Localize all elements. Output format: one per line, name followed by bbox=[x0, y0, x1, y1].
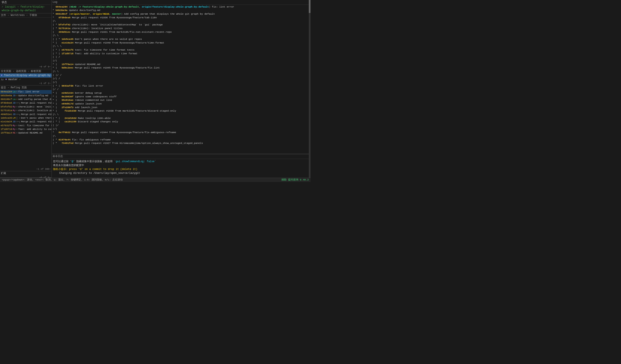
commit-author-5: Ry bbox=[13, 109, 16, 112]
log-line-21: |/| bbox=[53, 80, 308, 84]
commit-msg-5: chore(i18n): localize panel titles bbox=[18, 109, 52, 112]
log-line-5: | * bfefef92 chore(i18n): move `InitialV… bbox=[53, 23, 308, 27]
commit-msg-2: Add config param that displays the whole… bbox=[18, 98, 52, 101]
log-line-8: |\ \ bbox=[53, 34, 308, 37]
cmd-line-3: Changing directory to /Users/lay/open_so… bbox=[53, 171, 308, 175]
right-panel: Log 684ea284 (HEAD -> feature/display-wh… bbox=[52, 0, 310, 178]
files-header: 文件 - Worktrees - 子模块 bbox=[0, 13, 52, 18]
log-line-37: | * 61970a44 fix: fix ambiguous refname bbox=[53, 138, 308, 142]
log-line-2: * 666180cf (origin/master, origin/HEAD, … bbox=[53, 12, 308, 16]
commit-hash-5: 5275161a bbox=[1, 109, 12, 112]
log-line-0: 684ea284 (HEAD -> feature/display-whole-… bbox=[53, 5, 308, 9]
commit-row-1[interactable]: b6b3be9a JD ○ Update docs/Config.md bbox=[0, 94, 52, 97]
commit-merge-8: ○─┐ bbox=[16, 120, 20, 123]
status-section: 状态 ✓ lazygit → feature/display-whole-gra… bbox=[0, 0, 52, 13]
version-info: 捐助 提问咨询 0.40.2 bbox=[281, 178, 309, 182]
commit-pipe-4: ○ bbox=[16, 105, 18, 109]
commit-author-1: JD bbox=[13, 94, 16, 97]
log-line-10: * | e1e16a34 Merge pull request #1948 fr… bbox=[53, 41, 308, 45]
commit-row-2[interactable]: 666180cf La ○ Add config param that disp… bbox=[0, 97, 52, 101]
commit-author-11: RE bbox=[13, 131, 16, 135]
log-line-14: | | / bbox=[53, 55, 308, 59]
commit-dot-11: ○ bbox=[16, 131, 18, 135]
commit-author-7: LM bbox=[13, 116, 16, 120]
commits-counter: ─1 of 300─ bbox=[0, 167, 52, 171]
files-counter: ─0 of 0─ bbox=[0, 65, 52, 69]
key-hints: <pgup>/<pgdown>: 滚动, <esc>: 取消, q: 退出, ?… bbox=[2, 178, 123, 182]
log-line-11: |\ \ \ bbox=[53, 45, 308, 48]
log-line-27: * | e89d817d update launch.json bbox=[53, 102, 308, 106]
log-line-15: |/| bbox=[53, 59, 308, 63]
branch-item-master[interactable]: 1y ♥ master ✓ bbox=[0, 78, 52, 82]
log-line-7: | 499d51ec Merge pull request #1931 from… bbox=[53, 30, 308, 34]
log-line-16: * | 15ff8a14 Updated README.md bbox=[53, 63, 308, 66]
cmd-log-header: 命令日志 bbox=[52, 154, 309, 159]
commit-row-7[interactable]: 1de5ca35 LM │ ○ Don't panic when there a… bbox=[0, 116, 52, 120]
commit-hash-1: b6b3be9a bbox=[1, 94, 12, 97]
commit-msg-0: fix: lint error bbox=[18, 90, 40, 94]
commit-msg-4: chore(i18n): move `InitialViewTabContext bbox=[18, 105, 52, 109]
files-list bbox=[0, 18, 52, 65]
log-line-23: |/ / bbox=[53, 88, 308, 91]
commit-dot-1: ○ bbox=[16, 94, 18, 97]
commit-msg-3: Merge pull request #1936 from Ryooooooga bbox=[21, 101, 52, 105]
commit-hash-10: 1f1d8718 bbox=[1, 128, 12, 131]
commit-hash-8: e1e16a34 bbox=[1, 120, 12, 123]
log-line-30: |\ \ bbox=[53, 113, 308, 116]
bottom-bar: <pgup>/<pgdown>: 滚动, <esc>: 取消, q: 退出, ?… bbox=[0, 178, 310, 182]
branch-item-feature[interactable]: ♥ feature/display-whole-graph-by-default… bbox=[0, 73, 52, 78]
log-section: Log 684ea284 (HEAD -> feature/display-wh… bbox=[52, 0, 309, 154]
commit-row-11[interactable]: 15ff8a14 RE ○ Updated README.md bbox=[0, 131, 52, 135]
commit-dot-9: ○ bbox=[16, 124, 18, 127]
log-line-4: |\ bbox=[53, 19, 308, 23]
commit-hash-3: 8fd9dea6 bbox=[1, 101, 12, 105]
branch-name-1: feature/display-whole-graph-by-default bbox=[4, 74, 52, 77]
log-line-1: * b6b3be9a Update docs/Config.md bbox=[53, 9, 308, 12]
command-log-section: 命令日志 您可以通过按 '@' 隐藏或集中显示该面板，或使用 `gui.show… bbox=[52, 154, 309, 178]
log-line-22: | * | 9693afd6 fix: fix lint error bbox=[53, 84, 308, 88]
log-line-35: * 8e7f6822 Merge pull request #1944 from… bbox=[53, 131, 308, 134]
commit-row-8[interactable]: e1e16a34 JD ○─┐ Merge pull request #1948… bbox=[0, 120, 52, 124]
commits-section: 提交 - Reflog 页面 684ea284 La ○ fix: lint e… bbox=[0, 85, 52, 171]
cmd-log-content: 您可以通过按 '@' 隐藏或集中显示该面板，或使用 `gui.showComma… bbox=[52, 159, 309, 178]
log-line-17: * | 5d8c2eec Merge pull request #1945 fr… bbox=[53, 66, 308, 70]
app-container: 状态 ✓ lazygit → feature/display-whole-gra… bbox=[0, 0, 310, 182]
commit-row-6[interactable]: 499d51ec JD ○─┐ Merge pull request #1931… bbox=[0, 113, 52, 116]
commit-row-0[interactable]: 684ea284 La ○ fix: lint error bbox=[0, 90, 52, 94]
log-content: 684ea284 (HEAD -> feature/display-whole-… bbox=[52, 5, 309, 154]
log-line-20: |/| / bbox=[53, 77, 308, 80]
branch-age-2: 1y bbox=[1, 78, 4, 81]
commit-msg-10: feat: add ability to customize time bbox=[18, 128, 52, 131]
branch-icon-2: ♥ bbox=[5, 78, 7, 81]
right-scrollbar[interactable] bbox=[309, 0, 310, 178]
commit-hash-6: 499d51ec bbox=[1, 113, 12, 116]
commit-row-9[interactable]: e57931f5 Ry ○ test: fix timezone for tim… bbox=[0, 124, 52, 127]
commit-merge-6: ○─┐ bbox=[16, 113, 20, 116]
commit-msg-7: Don't panic when there are no valid gi bbox=[21, 116, 52, 120]
log-line-38: | * 73491fed Merge pull request #1927 fr… bbox=[53, 142, 308, 145]
log-cmd-container: Log 684ea284 (HEAD -> feature/display-wh… bbox=[52, 0, 309, 178]
commit-row-10[interactable]: 1f1d8718 Ry ○ feat: add ability to custo… bbox=[0, 127, 52, 131]
cmd-line-0: 您可以通过按 '@' 隐藏或集中显示该面板，或使用 `gui.showComma… bbox=[53, 159, 308, 163]
commit-pipe-7: │ ○ bbox=[16, 116, 20, 120]
commit-row-5[interactable]: 5275161a Ry ○ chore(i18n): localize pane… bbox=[0, 109, 52, 112]
log-line-33: | |/ bbox=[53, 124, 308, 127]
log-line-3: * 8fd9dea6 Merge pull request #1936 from… bbox=[53, 16, 308, 20]
commit-hash-2: 666180cf bbox=[1, 98, 12, 101]
commit-row-3[interactable]: 8fd9dea6 JD ○─┐ Merge pull request #1936… bbox=[0, 101, 52, 105]
commit-author-0: La bbox=[13, 90, 16, 94]
log-line-24: * | e28d1334 better debug setup bbox=[53, 91, 308, 95]
branches-counter: ─1 of 2─ bbox=[0, 82, 52, 85]
commit-author-6: JD bbox=[13, 113, 16, 116]
commit-dot-0: ○ bbox=[16, 90, 18, 94]
branches-header: 分支页面 - 远程页面 - 标签页面 bbox=[0, 69, 52, 74]
commit-row-4[interactable]: bfefef92 Ry ○ chore(i18n): move `Initial… bbox=[0, 105, 52, 109]
log-line-34: |/| bbox=[53, 127, 308, 131]
left-panel: 状态 ✓ lazygit → feature/display-whole-gra… bbox=[0, 0, 52, 178]
cmd-line-1: 将其永久隐藏在您的配置中 bbox=[53, 163, 308, 167]
commit-msg-9: test: fix timezone for time format t bbox=[18, 124, 52, 127]
commit-msg-6: Merge pull request #1931 from mark2185 bbox=[21, 113, 52, 116]
commit-msg-1: Update docs/Config.md bbox=[18, 94, 48, 97]
log-header: Log bbox=[52, 0, 309, 5]
log-line-25: * | 6e29830f ignore some codespaces stuf… bbox=[53, 95, 308, 99]
